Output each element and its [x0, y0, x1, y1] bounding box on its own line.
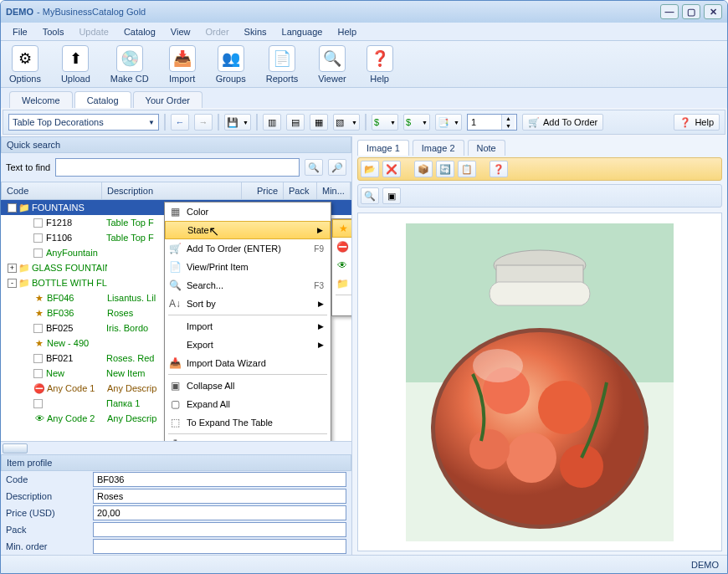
menu-item-insert-new-item[interactable]: ➕Insert New Item▶: [165, 436, 331, 441]
spin-down[interactable]: ▼: [501, 122, 515, 130]
titlebar: DEMO - MyBusinessCatalog Gold — ▢ ✕: [1, 1, 727, 23]
menu-item-not-available[interactable]: ⛔Not available: [332, 238, 351, 256]
menu-view[interactable]: View: [164, 25, 197, 38]
save-button[interactable]: 💾▼: [224, 114, 251, 131]
money-btn-1[interactable]: $▼: [372, 114, 398, 131]
expand-icon[interactable]: -: [8, 203, 17, 213]
toolbar-viewer[interactable]: 🔍Viewer: [318, 45, 346, 84]
spin-up[interactable]: ▲: [501, 115, 515, 122]
menu-item-state[interactable]: State▶: [165, 221, 331, 239]
toolbar-reports[interactable]: 📄Reports: [266, 45, 299, 84]
toolbar-options[interactable]: ⚙Options: [9, 45, 41, 84]
svg-point-9: [560, 444, 603, 488]
checkbox[interactable]: [33, 354, 43, 363]
menu-catalog[interactable]: Catalog: [117, 25, 162, 38]
menu-item-hide[interactable]: 👁Hide: [332, 256, 351, 274]
category-dropdown[interactable]: Table Top Decorations▼: [8, 114, 159, 131]
qty-input[interactable]: [468, 117, 501, 127]
item-tree[interactable]: -📁FOUNTAINSF1218Table Top FF1106Table To…: [1, 200, 351, 441]
menu-item-expand-all[interactable]: ▢Expand All: [165, 395, 331, 413]
checkbox[interactable]: [33, 233, 43, 243]
toolbar-help[interactable]: ❓Help: [367, 45, 393, 84]
state-submenu: ★New⛔Not available👁Hide📁Folder(none): [331, 218, 351, 316]
menu-item-collapse-all[interactable]: ▣Collapse All: [165, 377, 331, 395]
controls-bar: Table Top Decorations▼ ← → 💾▼ ▥ ▤ ▦ ▧▼ $…: [3, 110, 725, 135]
help-icon: ❓: [367, 45, 393, 72]
menu-item-import-data-wizard[interactable]: 📥Import Data Wizard: [165, 354, 331, 372]
tab-welcome[interactable]: Welcome: [9, 91, 73, 108]
img-refresh-icon[interactable]: 🔄: [436, 161, 454, 177]
tab-your-order[interactable]: Your Order: [133, 91, 203, 108]
checkbox[interactable]: [33, 218, 43, 228]
menu-skins[interactable]: Skins: [238, 25, 274, 38]
menu-item--none-[interactable]: (none): [332, 297, 351, 315]
image-tab-2[interactable]: Note: [468, 140, 505, 156]
menu-item-view-print-item[interactable]: 📄View/Print Item: [165, 258, 331, 276]
profile-code-input[interactable]: [93, 472, 346, 487]
checkbox[interactable]: [33, 369, 43, 378]
img-zoom-icon[interactable]: 🔍: [361, 187, 379, 204]
qty-spinner[interactable]: ▲▼: [467, 114, 517, 131]
grid-btn-2[interactable]: ▤: [286, 114, 305, 131]
context-menu: ▦ColorState▶🛒Add To Order (ENTER)F9📄View…: [164, 202, 331, 441]
img-box-icon[interactable]: 📦: [414, 161, 433, 177]
profile-pack-input[interactable]: [93, 522, 346, 537]
profile-description-input[interactable]: [93, 489, 346, 504]
menu-language[interactable]: Language: [275, 25, 330, 38]
toolbar-groups[interactable]: 👥Groups: [216, 45, 246, 84]
maximize-button[interactable]: ▢: [682, 4, 700, 19]
menu-item-folder[interactable]: 📁Folder: [332, 274, 351, 293]
checkbox[interactable]: [33, 399, 43, 408]
nav-back-button[interactable]: ←: [171, 114, 189, 131]
state-icon: ★: [33, 307, 45, 319]
menu-tools[interactable]: Tools: [36, 25, 71, 38]
expand-icon[interactable]: -: [8, 279, 17, 288]
toolbar-import[interactable]: 📥Import: [169, 45, 196, 84]
profile-minorder-input[interactable]: [93, 539, 346, 554]
img-fit-icon[interactable]: ▣: [382, 187, 401, 204]
img-copy-icon[interactable]: 📋: [458, 161, 476, 177]
h-scrollbar[interactable]: [1, 441, 351, 454]
grid-header: Code Description Price Pack Min...: [1, 182, 351, 200]
search-btn-2[interactable]: 🔎: [328, 159, 346, 176]
img-del-icon[interactable]: ❌: [382, 161, 401, 177]
grid-btn-1[interactable]: ▥: [263, 114, 281, 131]
nav-fwd-button[interactable]: →: [194, 114, 213, 131]
toolbar-upload[interactable]: ⬆Upload: [61, 45, 90, 84]
search-input[interactable]: [55, 158, 300, 177]
tab-catalog[interactable]: Catalog: [74, 91, 131, 108]
grid-btn-4[interactable]: ▧▼: [333, 114, 360, 131]
menu-update: Update: [72, 25, 115, 38]
menu-item-add-to-order--enter-[interactable]: 🛒Add To Order (ENTER)F9: [165, 239, 331, 258]
menu-item-import[interactable]: Import▶: [165, 317, 331, 336]
grid-btn-3[interactable]: ▦: [310, 114, 328, 131]
close-button[interactable]: ✕: [704, 4, 722, 19]
menu-help[interactable]: Help: [331, 25, 363, 38]
options-icon: ⚙: [12, 45, 38, 72]
minimize-button[interactable]: —: [660, 4, 679, 19]
menu-item-search---[interactable]: 🔍Search...F3: [165, 276, 331, 295]
money-btn-2[interactable]: $▼: [403, 114, 430, 131]
doc-btn[interactable]: 📑▼: [435, 114, 462, 131]
image-tab-1[interactable]: Image 2: [413, 140, 464, 156]
search-btn-1[interactable]: 🔍: [305, 159, 323, 176]
menu-item-new[interactable]: ★New: [332, 219, 351, 238]
menu-item-export[interactable]: Export▶: [165, 336, 331, 354]
svg-point-10: [469, 429, 510, 469]
profile-priceusd-input[interactable]: [93, 505, 346, 520]
toolbar-makecd[interactable]: 💿Make CD: [110, 45, 149, 84]
statusbar: DEMO: [1, 555, 727, 573]
menu-item-to-expand-the-table[interactable]: ⬚To Expand The Table: [165, 413, 331, 432]
expand-icon[interactable]: +: [8, 264, 17, 273]
menu-item-sort-by[interactable]: A↓Sort by▶: [165, 295, 331, 313]
checkbox[interactable]: [33, 324, 43, 333]
add-to-order-button[interactable]: 🛒 Add To Order: [522, 114, 603, 131]
img-help-icon[interactable]: ❓: [490, 161, 508, 177]
img-open-icon[interactable]: 📂: [361, 161, 379, 177]
checkbox[interactable]: [33, 249, 43, 258]
help-button[interactable]: ❓ Help: [674, 114, 720, 131]
image-tab-0[interactable]: Image 1: [357, 140, 409, 156]
menu-file[interactable]: File: [6, 25, 34, 38]
state-icon: ⛔: [33, 382, 45, 394]
menu-item-color[interactable]: ▦Color: [165, 202, 331, 221]
